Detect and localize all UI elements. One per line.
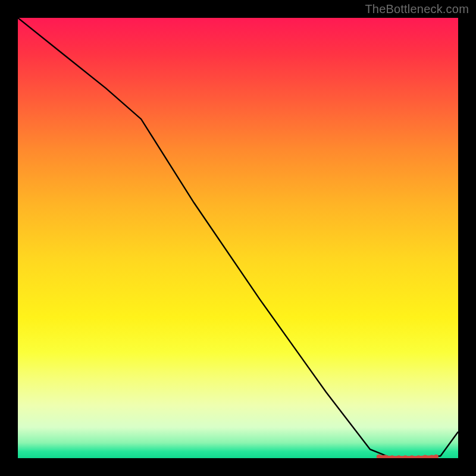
marker-dot [434,455,439,458]
plot-area [18,18,458,458]
marker-group [377,455,439,458]
chart-svg [18,18,458,458]
chart-frame: TheBottleneck.com [0,0,476,476]
marker-dot [403,455,408,458]
marker-dot [409,455,414,458]
marker-dot [423,455,428,458]
marker-dot [390,455,394,458]
marker-dot [396,455,401,458]
marker-dot [416,455,421,458]
marker-dot [377,455,381,458]
series-line [18,18,458,458]
watermark-text: TheBottleneck.com [365,2,469,16]
